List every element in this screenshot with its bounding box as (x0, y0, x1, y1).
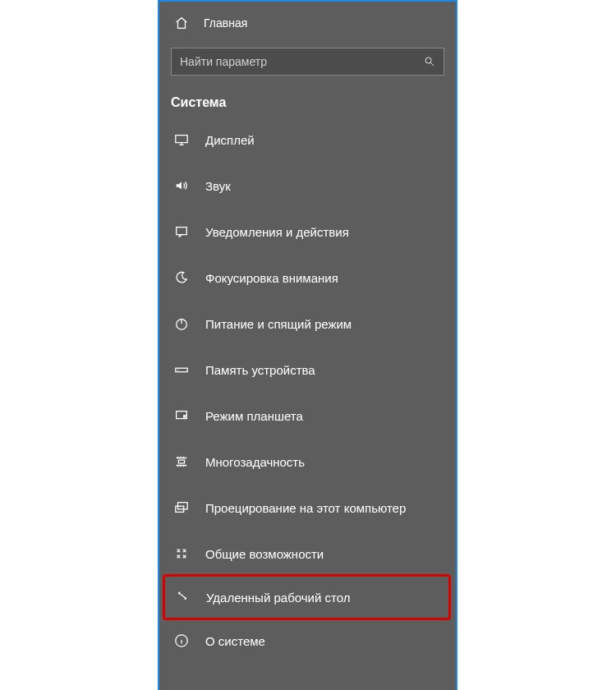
nav-item-label: Память устройства (205, 363, 315, 377)
nav-item-power[interactable]: Питание и спящий режим (159, 301, 456, 347)
storage-icon (174, 362, 189, 377)
nav-home[interactable]: Главная (159, 7, 456, 39)
search-icon (424, 56, 435, 67)
nav-item-label: Проецирование на этот компьютер (205, 501, 406, 515)
nav-item-label: Дисплей (205, 133, 255, 147)
nav-item-label: Удаленный рабочий стол (206, 591, 350, 605)
remote-icon (175, 590, 190, 605)
tablet-icon (174, 408, 189, 423)
nav-item-storage[interactable]: Память устройства (159, 347, 456, 393)
power-icon (174, 316, 189, 331)
nav-item-projecting[interactable]: Проецирование на этот компьютер (159, 485, 456, 531)
nav-item-multitask[interactable]: Многозадачность (159, 439, 456, 485)
settings-sidebar: Главная Система ДисплейЗвукУведомления и… (158, 0, 457, 690)
search-box[interactable] (171, 48, 444, 76)
nav-item-remote[interactable]: Удаленный рабочий стол (163, 574, 451, 620)
nav-item-sound[interactable]: Звук (159, 163, 456, 209)
nav-item-label: Питание и спящий режим (205, 317, 352, 331)
svg-rect-2 (177, 228, 187, 235)
monitor-icon (174, 132, 189, 147)
multitask-icon (174, 454, 189, 469)
home-icon (174, 16, 189, 30)
nav-item-label: О системе (205, 634, 265, 648)
nav-item-display[interactable]: Дисплей (159, 117, 456, 163)
nav-item-about[interactable]: О системе (159, 618, 456, 664)
project-icon (174, 500, 189, 515)
nav-item-shared[interactable]: Общие возможности (159, 531, 456, 577)
svg-point-0 (425, 58, 431, 63)
nav-item-label: Общие возможности (205, 547, 324, 561)
nav-item-focus[interactable]: Фокусировка внимания (159, 255, 456, 301)
nav-item-label: Звук (205, 179, 231, 193)
notification-icon (174, 224, 189, 239)
svg-rect-4 (176, 368, 187, 372)
moon-icon (174, 270, 189, 285)
nav-item-label: Уведомления и действия (205, 225, 349, 239)
svg-rect-1 (176, 136, 187, 143)
nav-item-label: Многозадачность (205, 455, 305, 469)
nav-item-notifications[interactable]: Уведомления и действия (159, 209, 456, 255)
nav-list: ДисплейЗвукУведомления и действияФокусир… (159, 117, 456, 664)
info-icon (174, 633, 189, 648)
nav-item-label: Фокусировка внимания (205, 271, 338, 285)
nav-home-label: Главная (204, 16, 247, 30)
sound-icon (174, 178, 189, 193)
section-title: Система (159, 77, 456, 117)
shared-icon (174, 546, 189, 561)
nav-item-label: Режим планшета (205, 409, 303, 423)
nav-item-tablet[interactable]: Режим планшета (159, 393, 456, 439)
search-input[interactable] (180, 55, 424, 68)
